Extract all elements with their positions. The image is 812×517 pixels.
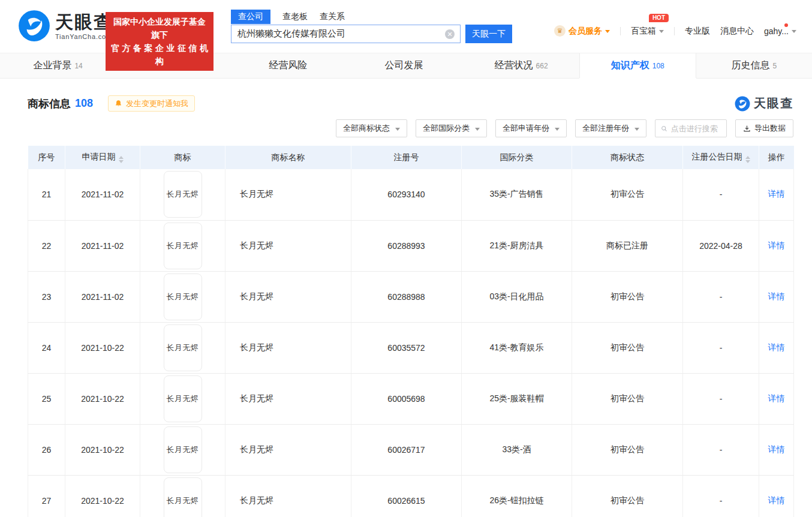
col-trademark: 商标 — [140, 146, 225, 169]
notify-button-label: 发生变更时通知我 — [126, 98, 188, 109]
export-button-label: 导出数据 — [754, 123, 786, 134]
detail-link[interactable]: 详情 — [768, 342, 785, 352]
cell-action: 详情 — [759, 424, 794, 475]
cell-status: 初审公告 — [572, 475, 683, 517]
tab-operation-risk[interactable]: 经营风险 — [231, 53, 347, 78]
tab-intellectual-property[interactable]: 知识产权 108 — [579, 53, 696, 78]
clear-input-icon[interactable]: ✕ — [445, 29, 455, 39]
gov-certification-badge: 国家中小企业发展子基金旗下 官方备案企业征信机构 — [106, 12, 213, 71]
menu-toolbox[interactable]: HOT 百宝箱 — [631, 26, 664, 37]
gov-badge-line1: 国家中小企业发展子基金旗下 — [110, 15, 209, 41]
cell-seq: 21 — [28, 169, 65, 220]
trademark-image[interactable]: 长月无烬 — [164, 171, 202, 218]
gov-badge-line2: 官方备案企业征信机构 — [110, 41, 212, 68]
trademark-image[interactable]: 长月无烬 — [164, 324, 202, 371]
trademark-image[interactable]: 长月无烬 — [164, 477, 202, 517]
tianyancha-logo-icon — [735, 96, 750, 112]
cell-class: 21类-厨房洁具 — [462, 220, 572, 271]
hot-badge: HOT — [649, 14, 669, 22]
search-button[interactable]: 天眼一下 — [465, 25, 512, 43]
cell-pubdate: - — [683, 271, 759, 322]
detail-link[interactable]: 详情 — [768, 241, 785, 250]
table-row: 26 2021-10-22 长月无烬 长月无烬 60026717 33类-酒 初… — [28, 424, 794, 475]
cell-mark: 长月无烬 — [140, 373, 225, 424]
bell-icon — [115, 100, 122, 107]
cell-status: 商标已注册 — [572, 220, 683, 271]
col-intl-class: 国际分类 — [462, 146, 572, 169]
cell-name: 长月无烬 — [225, 169, 351, 220]
menu-pro-version[interactable]: 专业版 — [685, 26, 710, 37]
cell-pubdate: 2022-04-28 — [683, 220, 759, 271]
table-row: 27 2021-10-22 长月无烬 长月无烬 60026615 26类-钮扣拉… — [28, 475, 794, 517]
menu-user-account[interactable]: gahy... — [764, 26, 796, 36]
search-tab-company[interactable]: 查公司 — [231, 10, 270, 24]
menu-divider — [674, 27, 675, 35]
menu-vip-label: 会员服务 — [569, 26, 602, 37]
menu-message-center[interactable]: 消息中心 — [720, 26, 754, 37]
trademark-image[interactable]: 长月无烬 — [164, 375, 202, 422]
table-row: 25 2021-10-22 长月无烬 长月无烬 60005698 25类-服装鞋… — [28, 373, 794, 424]
cell-pubdate: - — [683, 475, 759, 517]
notify-on-change-button[interactable]: 发生变更时通知我 — [108, 95, 195, 112]
cell-class: 41类-教育娱乐 — [462, 322, 572, 373]
cell-status: 初审公告 — [572, 424, 683, 475]
cell-class: 03类-日化用品 — [462, 271, 572, 322]
cell-action: 详情 — [759, 271, 794, 322]
table-search-box[interactable] — [655, 119, 727, 137]
filter-intl-class[interactable]: 全部国际分类 — [416, 119, 487, 137]
cell-date: 2021-10-22 — [65, 424, 140, 475]
col-announce-date: 注册公告日期 — [683, 146, 759, 169]
cell-name: 长月无烬 — [225, 322, 351, 373]
filter-register-year[interactable]: 全部注册年份 — [575, 119, 646, 137]
cell-status: 初审公告 — [572, 373, 683, 424]
search-tab-relation[interactable]: 查关系 — [320, 10, 345, 24]
table-row: 22 2021-11-02 长月无烬 长月无烬 60288993 21类-厨房洁… — [28, 220, 794, 271]
logo-subtitle: TianYanCha.com — [55, 33, 113, 40]
col-apply-date: 申请日期 — [65, 146, 140, 169]
cell-mark: 长月无烬 — [140, 424, 225, 475]
detail-link[interactable]: 详情 — [768, 189, 785, 199]
trademark-table: 序号 申请日期 商标 商标名称 注册号 国际分类 商标状态 注册公告日期 操作 — [28, 146, 794, 517]
table-search-input[interactable] — [671, 124, 721, 133]
menu-vip-services[interactable]: ♛ 会员服务 — [554, 25, 610, 37]
download-icon — [743, 125, 751, 133]
trademark-image[interactable]: 长月无烬 — [164, 426, 202, 473]
tab-history-info[interactable]: 历史信息 5 — [696, 53, 812, 78]
company-search-input[interactable] — [231, 25, 460, 43]
watermark-logo-text: 天眼查 — [754, 95, 793, 112]
cell-status: 初审公告 — [572, 271, 683, 322]
cell-status: 初审公告 — [572, 169, 683, 220]
cell-action: 详情 — [759, 322, 794, 373]
tab-company-development[interactable]: 公司发展 — [347, 53, 463, 78]
search-tab-boss[interactable]: 查老板 — [282, 10, 308, 24]
col-status: 商标状态 — [572, 146, 683, 169]
cell-name: 长月无烬 — [225, 475, 351, 517]
col-reg-number: 注册号 — [351, 146, 462, 169]
cell-name: 长月无烬 — [225, 373, 351, 424]
cell-action: 详情 — [759, 475, 794, 517]
trademark-image[interactable]: 长月无烬 — [164, 223, 202, 269]
sort-icon[interactable] — [745, 156, 750, 163]
menu-pro-label: 专业版 — [685, 26, 710, 37]
section-count: 108 — [75, 97, 93, 110]
detail-link[interactable]: 详情 — [768, 444, 785, 454]
top-header: 天眼查 TianYanCha.com 国家中小企业发展子基金旗下 官方备案企业征… — [0, 0, 812, 53]
detail-link[interactable]: 详情 — [768, 393, 785, 403]
detail-link[interactable]: 详情 — [768, 291, 785, 301]
cell-regno: 60035572 — [351, 322, 462, 373]
sort-icon[interactable] — [119, 156, 124, 163]
export-data-button[interactable]: 导出数据 — [735, 119, 793, 137]
filter-trademark-status[interactable]: 全部商标状态 — [336, 119, 407, 137]
tab-operating-status[interactable]: 经营状况 662 — [464, 53, 579, 78]
detail-link[interactable]: 详情 — [768, 495, 785, 505]
col-seq: 序号 — [28, 146, 65, 169]
menu-divider — [620, 27, 621, 35]
filter-apply-year[interactable]: 全部申请年份 — [495, 119, 567, 137]
col-trademark-name: 商标名称 — [225, 146, 351, 169]
cell-date: 2021-10-22 — [65, 475, 140, 517]
cell-name: 长月无烬 — [225, 424, 351, 475]
crown-icon: ♛ — [554, 25, 566, 37]
trademark-image[interactable]: 长月无烬 — [164, 273, 202, 320]
tianyancha-logo[interactable]: 天眼查 TianYanCha.com — [18, 10, 113, 42]
tab-company-background[interactable]: 企业背景 14 — [0, 53, 116, 78]
